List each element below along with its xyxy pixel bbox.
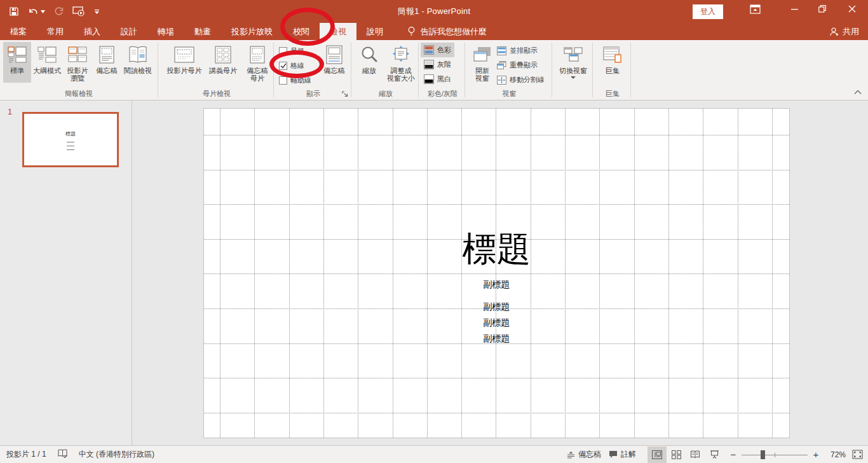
slide-subtitle-placeholder[interactable]: 副標題 副標題 副標題 副標題: [204, 280, 789, 350]
spellcheck-icon[interactable]: [58, 449, 67, 460]
collapse-ribbon-icon[interactable]: [854, 86, 862, 97]
normal-view-label: 標準: [10, 67, 24, 74]
slide-sorter-shortcut[interactable]: [667, 446, 686, 463]
notes-master-button[interactable]: 備忘稿 母片: [243, 42, 272, 83]
slide-sorter-button[interactable]: 投影片 瀏覽: [63, 42, 92, 83]
tab-help[interactable]: 說明: [356, 23, 393, 40]
arrange-all-button[interactable]: 並排顯示: [494, 43, 548, 58]
zoom-label: 縮放: [362, 67, 376, 74]
reading-view-button[interactable]: 閱讀檢視: [121, 42, 154, 83]
handout-master-button[interactable]: 講義母片: [206, 42, 240, 83]
switch-windows-dropdown-icon: [571, 76, 576, 79]
sign-in-button[interactable]: 登入: [693, 4, 723, 19]
ruler-label: 尺規: [290, 46, 304, 56]
group-separator: [351, 43, 351, 97]
group-label-show: 顯示: [276, 89, 351, 99]
fit-to-window-label: 調整成 視窗大小: [386, 67, 416, 82]
arrange-all-icon: [497, 46, 506, 55]
minimize-button[interactable]: [780, 0, 808, 18]
slide-sorter-label: 投影片 瀏覽: [65, 67, 90, 82]
tab-insert[interactable]: 插入: [74, 23, 111, 40]
notes-button[interactable]: 備忘稿: [320, 42, 349, 83]
new-window-icon: [473, 45, 492, 65]
normal-view-shortcut[interactable]: [648, 446, 667, 463]
zoom-button[interactable]: 縮放: [356, 42, 382, 83]
notes-page-button[interactable]: 備忘稿: [93, 42, 121, 83]
move-split-button[interactable]: 移動分割線: [494, 73, 548, 87]
notes-toggle[interactable]: 備忘稿: [563, 446, 605, 463]
grayscale-label: 灰階: [437, 60, 451, 69]
group-presentation-views: 標準 大綱模式 投影片 瀏覽: [0, 40, 158, 100]
close-button[interactable]: [836, 0, 868, 18]
gridlines-checkbox[interactable]: [279, 62, 287, 70]
zoom-percentage[interactable]: 72%: [824, 450, 846, 459]
gridlines-checkbox-row[interactable]: 格線: [279, 59, 311, 73]
normal-view-button[interactable]: 標準: [3, 42, 31, 83]
slide-indicator: 投影片 1 / 1: [6, 449, 46, 460]
tab-animations[interactable]: 動畫: [184, 23, 221, 40]
zoom-slider[interactable]: [742, 450, 808, 459]
fit-slide-to-window-button[interactable]: [852, 450, 863, 459]
reading-view-shortcut[interactable]: [686, 446, 705, 463]
grayscale-button[interactable]: 灰階: [421, 57, 454, 72]
tab-slideshow[interactable]: 投影片放映: [221, 23, 283, 40]
share-button[interactable]: 共用: [829, 23, 859, 40]
slide-title-placeholder[interactable]: 標題: [204, 230, 789, 269]
fit-to-window-button[interactable]: 調整成 視窗大小: [384, 42, 417, 83]
tab-transitions[interactable]: 轉場: [147, 23, 184, 40]
notes-toggle-label: 備忘稿: [578, 449, 601, 460]
black-white-button[interactable]: 黑白: [421, 72, 454, 86]
slide[interactable]: 標題 副標題 副標題 副標題 副標題: [203, 108, 790, 438]
group-show: 尺規 格線 輔助線 備忘稿: [276, 40, 351, 100]
slide-master-label: 投影片母片: [167, 67, 202, 74]
share-label: 共用: [843, 26, 859, 38]
subtitle-line: 副標題: [204, 334, 789, 343]
ruler-checkbox[interactable]: [279, 47, 287, 55]
thumbnail-text-line: [67, 142, 74, 142]
slide-master-button[interactable]: 投影片母片: [165, 42, 203, 83]
handout-master-icon: [215, 45, 231, 65]
show-dialog-launcher-icon[interactable]: [341, 90, 349, 98]
gridlines-label: 格線: [290, 61, 304, 71]
cascade-icon: [497, 61, 506, 70]
zoom-icon: [360, 45, 378, 65]
macros-button[interactable]: 巨集: [598, 42, 627, 83]
tab-file[interactable]: 檔案: [0, 23, 37, 40]
language-indicator[interactable]: 中文 (香港特別行政區): [79, 449, 154, 460]
zoom-in-button[interactable]: +: [811, 449, 820, 460]
ruler-checkbox-row[interactable]: 尺規: [279, 44, 311, 59]
zoom-out-button[interactable]: −: [729, 449, 738, 460]
comments-icon: [609, 450, 618, 459]
ribbon: 標準 大綱模式 投影片 瀏覽: [0, 40, 868, 100]
zoom-control: − + 72%: [729, 449, 846, 460]
new-window-button[interactable]: 開新 視窗: [470, 42, 495, 83]
comments-toggle[interactable]: 註解: [605, 446, 640, 463]
slide-gridlines: [204, 109, 789, 438]
lightbulb-icon: [407, 26, 416, 37]
slide-thumbnail-panel[interactable]: 1 標題: [0, 100, 132, 445]
tab-home[interactable]: 常用: [37, 23, 74, 40]
slide-thumbnail[interactable]: 標題: [22, 112, 119, 167]
guides-checkbox[interactable]: [279, 76, 287, 85]
outline-view-button[interactable]: 大綱模式: [32, 42, 62, 83]
switch-windows-button[interactable]: 切換視窗: [555, 42, 591, 83]
guides-checkbox-row[interactable]: 輔助線: [279, 73, 311, 88]
restore-button[interactable]: [808, 0, 836, 18]
subtitle-line: 副標題: [204, 302, 789, 311]
move-split-label: 移動分割線: [510, 75, 545, 85]
tab-review[interactable]: 校閱: [283, 23, 320, 40]
tab-view[interactable]: 檢視: [320, 23, 356, 40]
group-switch-windows: 切換視窗: [554, 40, 592, 100]
reading-view-icon: [128, 45, 147, 65]
handout-master-label: 講義母片: [209, 67, 237, 74]
slideshow-shortcut[interactable]: [705, 446, 724, 463]
color-button[interactable]: 色彩: [421, 43, 454, 57]
zoom-slider-thumb[interactable]: [761, 450, 765, 459]
cascade-button[interactable]: 重疊顯示: [494, 58, 548, 73]
group-label-window: 視窗: [467, 89, 552, 99]
powerpoint-window: 簡報1 - PowerPoint 登入 檔案 常用 插入 設計 轉場 動畫 投影…: [0, 0, 868, 463]
tab-design[interactable]: 設計: [111, 23, 147, 40]
slide-canvas: 標題 副標題 副標題 副標題 副標題: [133, 100, 868, 445]
ribbon-display-options-icon[interactable]: [741, 0, 769, 18]
tell-me-box[interactable]: 告訴我您想做什麼: [407, 23, 487, 40]
